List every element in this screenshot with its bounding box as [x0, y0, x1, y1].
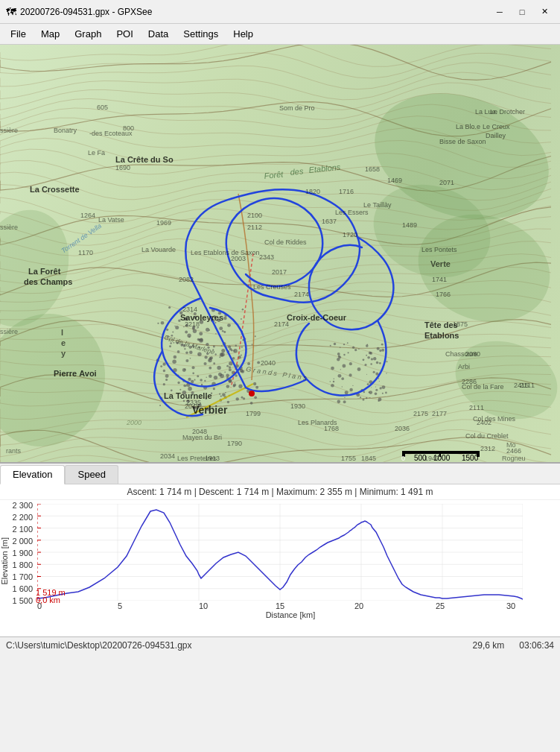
- graph-stats: Ascent: 1 714 m | Descent: 1 714 m | Max…: [0, 484, 560, 500]
- x-axis-label: Distance [km]: [216, 610, 365, 619]
- status-distance: 29,6 km: [473, 640, 505, 651]
- y-label-2300: 2 300: [12, 501, 33, 510]
- x-label-10: 10: [199, 601, 208, 610]
- y-label-2200: 2 200: [12, 513, 33, 522]
- y-label-1800: 1 800: [12, 560, 33, 569]
- x-label-25: 25: [436, 601, 445, 610]
- window-controls: ─ □ ✕: [490, 4, 554, 19]
- menubar: File Map Graph POI Data Settings Help: [0, 24, 560, 45]
- x-label-5: 5: [118, 601, 122, 610]
- status-filepath: C:\Users\tumic\Desktop\20200726-094531.g…: [6, 640, 191, 651]
- x-label-30: 30: [506, 601, 515, 610]
- status-time: 03:06:34: [519, 640, 554, 651]
- menu-graph[interactable]: Graph: [67, 26, 109, 42]
- graph-tabs: Elevation Speed: [0, 464, 560, 484]
- menu-poi[interactable]: POI: [109, 26, 140, 42]
- menu-help[interactable]: Help: [226, 26, 261, 42]
- y-label-1600: 1 600: [12, 584, 33, 593]
- y-label-2000: 2 000: [12, 537, 33, 546]
- chart-area: 2 300 2 200 2 100 2 000 1 900 1 800 1 70…: [0, 500, 560, 623]
- app-icon: 🗺: [6, 6, 16, 18]
- x-label-15: 15: [276, 601, 284, 610]
- close-button[interactable]: ✕: [535, 4, 554, 19]
- y-label-1700: 1 700: [12, 572, 33, 581]
- titlebar: 🗺 20200726-094531.gpx - GPXSee ─ □ ✕: [0, 0, 560, 24]
- menu-data[interactable]: Data: [141, 26, 176, 42]
- y-label-1500: 1 500: [12, 596, 33, 605]
- map-area[interactable]: [0, 45, 560, 462]
- tab-speed[interactable]: Speed: [65, 465, 118, 484]
- status-right: 29,6 km 03:06:34: [473, 640, 554, 651]
- statusbar: C:\Users\tumic\Desktop\20200726-094531.g…: [0, 636, 560, 653]
- maximize-button[interactable]: □: [512, 4, 532, 19]
- minimize-button[interactable]: ─: [490, 4, 509, 19]
- x-label-20: 20: [354, 601, 363, 610]
- menu-file[interactable]: File: [3, 26, 34, 42]
- y-label-2100: 2 100: [12, 525, 33, 534]
- window-title: 20200726-094531.gpx - GPXSee: [20, 7, 490, 17]
- tab-elevation[interactable]: Elevation: [0, 465, 65, 484]
- menu-settings[interactable]: Settings: [176, 26, 226, 42]
- y-label-1900: 1 900: [12, 549, 33, 557]
- map-canvas: [0, 45, 560, 462]
- graph-panel: Elevation Speed Ascent: 1 714 m | Descen…: [0, 462, 560, 636]
- elevation-chart[interactable]: [37, 504, 523, 601]
- y-axis-label: Elevation [m]: [0, 537, 7, 585]
- menu-map[interactable]: Map: [34, 26, 67, 42]
- marker-distance: 0,0 km: [36, 595, 60, 604]
